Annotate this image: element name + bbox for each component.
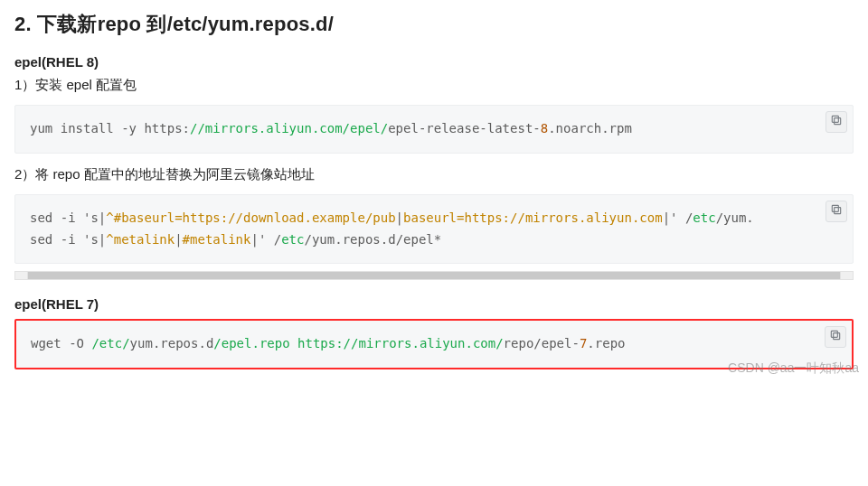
code-block-sed-replace: sed -i 's|^#baseurl=https://download.exa… — [14, 194, 854, 265]
scroll-thumb[interactable] — [28, 272, 840, 279]
svg-rect-2 — [835, 207, 841, 213]
code-line: sed -i 's|^metalink|#metalink|' /etc/yum… — [30, 229, 838, 251]
step-2-label: 2）将 repo 配置中的地址替换为阿里云镜像站地址 — [14, 166, 854, 183]
code-block-install-epel: yum install -y https://mirrors.aliyun.co… — [14, 105, 854, 154]
code-line: yum install -y https://mirrors.aliyun.co… — [30, 118, 838, 140]
svg-rect-1 — [832, 116, 838, 122]
code-line: wget -O /etc/yum.repos.d/epel.repo https… — [31, 333, 837, 355]
svg-rect-4 — [834, 333, 840, 340]
subsection-title-rhel8: epel(RHEL 8) — [14, 54, 854, 70]
step-1-label: 1）安装 epel 配置包 — [14, 77, 854, 94]
copy-icon — [829, 329, 842, 345]
code-line: sed -i 's|^#baseurl=https://download.exa… — [30, 208, 838, 229]
svg-rect-5 — [831, 332, 837, 338]
subsection-title-rhel7: epel(RHEL 7) — [14, 296, 854, 312]
horizontal-scrollbar[interactable] — [14, 271, 854, 280]
scroll-right-cap[interactable] — [840, 272, 853, 279]
code-block-wget-epel7: wget -O /etc/yum.repos.d/epel.repo https… — [14, 319, 854, 369]
svg-rect-3 — [832, 205, 838, 211]
svg-rect-0 — [835, 118, 841, 125]
copy-icon — [830, 203, 843, 220]
copy-button[interactable] — [825, 326, 846, 348]
copy-icon — [830, 114, 843, 130]
copy-button[interactable] — [826, 201, 847, 222]
copy-button[interactable] — [826, 111, 847, 133]
scroll-left-cap[interactable] — [15, 272, 28, 279]
section-heading: 2. 下载新repo 到/etc/yum.repos.d/ — [14, 11, 854, 38]
